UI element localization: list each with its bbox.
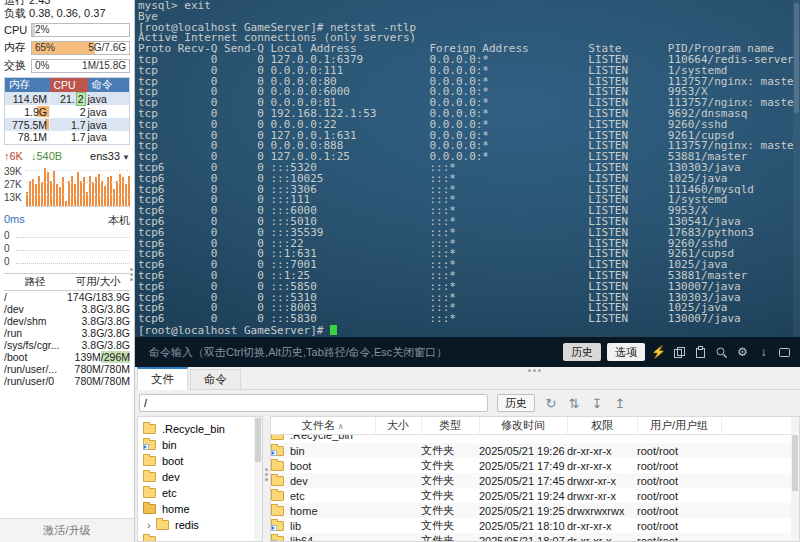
tree-scrollbar-thumb[interactable] <box>255 418 261 462</box>
process-row[interactable]: 775.5M1.7java <box>5 118 130 131</box>
file-row-etc[interactable]: etc文件夹2025/05/21 19:24drwxr-xr-xroot/roo… <box>271 488 799 503</box>
swap-percent: 0% <box>35 60 49 72</box>
folder-icon <box>143 488 156 498</box>
search-icon[interactable] <box>714 345 729 360</box>
horizontal-splitter-handle[interactable] <box>528 369 531 372</box>
disk-row[interactable]: /174G/183.9G <box>4 290 130 303</box>
lightning-icon[interactable]: ⚡ <box>651 345 666 360</box>
ping-chart: 000 <box>4 228 130 267</box>
tree-item-redis[interactable]: ›redis <box>138 517 262 533</box>
link-badge-icon <box>271 450 277 456</box>
ssh-client-window: 运行 2:43 负载 0.38, 0.36, 0.37 CPU 2% 内存 65… <box>0 0 800 542</box>
paste-icon[interactable] <box>693 345 708 360</box>
monitor-icon[interactable] <box>777 345 792 360</box>
disk-row[interactable]: /sys/fs/cgr...3.8G/3.8G <box>4 339 130 351</box>
disk-row[interactable]: /dev/shm3.8G/3.8G <box>4 315 130 327</box>
network-upload: ↑6K <box>4 150 23 162</box>
file-list: 文件名∧ 大小 类型 修改时间 权限 用户/用户组 .Recycle_binbi… <box>270 416 800 542</box>
transfer-icon[interactable]: ⇅ <box>567 396 581 411</box>
process-col-cmd[interactable]: 命令 <box>88 78 130 93</box>
file-col-perm[interactable]: 权限 <box>567 417 637 435</box>
sort-asc-icon: ∧ <box>338 422 344 431</box>
file-col-name[interactable]: 文件名∧ <box>271 417 375 435</box>
file-row-dev[interactable]: dev文件夹2025/05/21 17:45drwxr-xr-xroot/roo… <box>271 473 799 488</box>
copy-icon[interactable] <box>672 345 687 360</box>
terminal-output: mysql> exit Bye [root@localhost GameServ… <box>135 0 800 337</box>
file-col-owner[interactable]: 用户/用户组 <box>637 417 721 435</box>
tree-item-.Recycle_bin[interactable]: .Recycle_bin <box>138 421 262 437</box>
download-icon[interactable]: ↧ <box>590 396 604 411</box>
tree-list-splitter-handle[interactable] <box>265 468 268 471</box>
gear-icon[interactable]: ⚙ <box>735 345 750 360</box>
file-col-type[interactable]: 类型 <box>421 417 479 435</box>
link-badge-icon <box>271 525 277 531</box>
options-button[interactable]: 选项 <box>607 343 645 361</box>
folder-icon <box>271 536 284 542</box>
refresh-icon[interactable]: ↻ <box>544 396 558 411</box>
folder-icon <box>143 472 156 482</box>
process-row[interactable]: 1.9G2java <box>5 105 130 118</box>
file-tree: .Recycle_binbinbootdevetchome›redis <box>137 416 263 542</box>
file-list-scrollbar[interactable] <box>791 417 799 541</box>
disk-row[interactable]: /dev3.8G/3.8G <box>4 303 130 315</box>
tree-item-home[interactable]: home <box>138 501 262 517</box>
process-row[interactable]: 78.1M1.7java <box>5 131 130 144</box>
network-interface-select[interactable]: ens33▼ <box>90 150 130 162</box>
file-row-boot[interactable]: boot文件夹2025/05/21 17:49dr-xr-xr-xroot/ro… <box>271 458 799 473</box>
network-download: ↓540B <box>31 150 62 162</box>
upload-icon[interactable]: ↥ <box>613 396 627 411</box>
ping-host[interactable]: 本机 <box>108 213 130 226</box>
cpu-meter-row: CPU 2% <box>4 21 130 38</box>
tree-list-splitter[interactable] <box>263 416 270 542</box>
tree-item[interactable] <box>138 533 262 542</box>
disk-col-path[interactable]: 路径 <box>4 273 66 290</box>
file-row-home[interactable]: home文件夹2025/05/21 19:25drwxrwxrwxroot/ro… <box>271 503 799 518</box>
arrow-down-icon[interactable]: ↓ <box>756 345 771 360</box>
process-row[interactable]: 114.6M21.2java <box>5 92 130 105</box>
mem-label: 内存 <box>4 40 31 55</box>
command-input-hint[interactable]: 命令输入（双击Ctrl切换,Alt历史,Tab路径/命令,Esc关闭窗口） <box>149 345 557 360</box>
file-history-button[interactable]: 历史 <box>497 394 535 412</box>
file-col-mtime[interactable]: 修改时间 <box>479 417 567 435</box>
disk-row[interactable]: /boot139M/296M <box>4 351 130 363</box>
process-col-mem[interactable]: 内存 <box>5 78 50 93</box>
file-manager: 文件 命令 历史 ↻ ⇅ ↧ ↥ .Recycle_binbinbootdeve… <box>135 367 800 542</box>
disk-row[interactable]: /run/user/0780M/780M <box>4 375 130 387</box>
file-row-bin[interactable]: bin文件夹2025/05/21 19:26dr-xr-xr-xroot/roo… <box>271 443 799 458</box>
terminal[interactable]: mysql> exit Bye [root@localhost GameServ… <box>135 0 800 337</box>
sidebar-splitter-handle[interactable] <box>130 268 133 271</box>
folder-icon <box>271 461 284 471</box>
file-body: .Recycle_binbinbootdevetchome›redis 文件名∧… <box>135 416 800 542</box>
disk-table-body: /174G/183.9G/dev3.8G/3.8G/dev/shm3.8G/3.… <box>4 290 130 387</box>
terminal-cursor <box>330 325 337 335</box>
path-input[interactable] <box>139 394 488 412</box>
disk-table: 路径 可用/大小 /174G/183.9G/dev3.8G/3.8G/dev/s… <box>4 273 130 387</box>
tree-item-boot[interactable]: boot <box>138 453 262 469</box>
tree-item-etc[interactable]: etc <box>138 485 262 501</box>
network-header: ↑6K ↓540B ens33▼ <box>4 150 130 163</box>
terminal-scrollbar-thumb[interactable] <box>794 3 799 113</box>
tree-item-dev[interactable]: dev <box>138 469 262 485</box>
folder-icon <box>271 476 284 486</box>
network-chart-ticks: 39K 27K 13K <box>4 165 26 207</box>
tab-files[interactable]: 文件 <box>137 367 188 390</box>
terminal-scrollbar[interactable] <box>793 0 800 337</box>
file-row-lib[interactable]: lib文件夹2025/05/21 18:10dr-xr-xr-xroot/roo… <box>271 518 799 533</box>
file-row-lib64[interactable]: lib64文件夹2025/05/21 18:07dr-xr-xr-xroot/r… <box>271 533 799 542</box>
disk-row[interactable]: /run/user/...780M/780M <box>4 363 130 375</box>
tree-scrollbar[interactable] <box>254 417 262 541</box>
file-col-size[interactable]: 大小 <box>375 417 421 435</box>
tree-item-bin[interactable]: bin <box>138 437 262 453</box>
file-list-scrollbar-thumb[interactable] <box>792 435 798 491</box>
file-row-.Recycle_bin[interactable]: .Recycle_bin <box>271 435 799 444</box>
disk-row[interactable]: /run3.8G/3.8G <box>4 327 130 339</box>
folder-icon <box>143 504 156 514</box>
cpu-meter: 2% <box>31 23 130 37</box>
history-button[interactable]: 历史 <box>563 343 601 361</box>
system-monitor-sidebar: 运行 2:43 负载 0.38, 0.36, 0.37 CPU 2% 内存 65… <box>0 0 135 542</box>
network-chart: 39K 27K 13K <box>4 165 130 207</box>
process-col-cpu[interactable]: CPU <box>50 78 88 93</box>
tab-commands[interactable]: 命令 <box>190 369 241 389</box>
disk-col-size[interactable]: 可用/大小 <box>66 273 130 290</box>
activate-upgrade-link[interactable]: 激活/升级 <box>0 518 134 542</box>
